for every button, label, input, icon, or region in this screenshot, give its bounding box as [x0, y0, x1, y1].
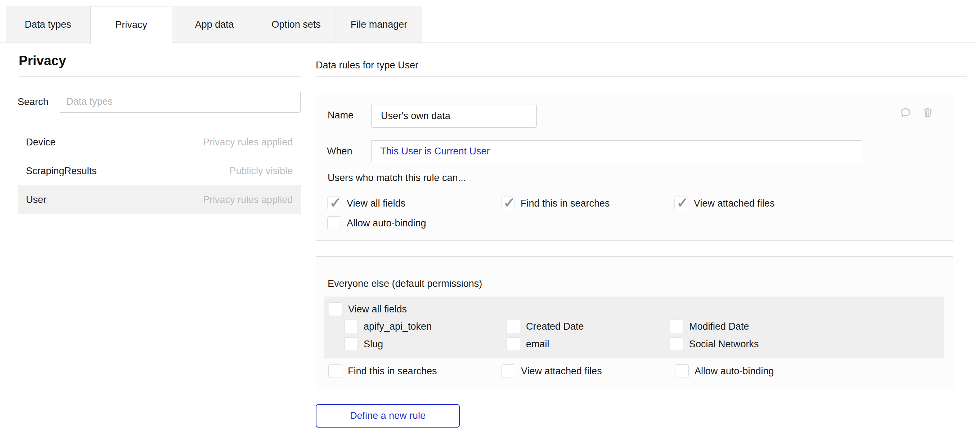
tab-label: Option sets: [272, 19, 321, 30]
rule-when-label: When: [327, 146, 352, 157]
define-new-rule-button[interactable]: Define a new rule: [316, 404, 460, 428]
tab-app-data[interactable]: App data: [172, 6, 257, 43]
tab-privacy[interactable]: Privacy: [91, 6, 172, 43]
checkbox-label: Modified Date: [689, 321, 749, 332]
tab-data-types[interactable]: Data types: [6, 6, 91, 43]
datatype-row-device[interactable]: Device Privacy rules applied: [18, 128, 301, 157]
checkbox-allow-auto-binding-default[interactable]: Allow auto-binding: [675, 364, 774, 378]
checkbox-box-icon: [670, 337, 683, 351]
checkbox-label: email: [526, 339, 549, 350]
rule-card-actions: [899, 106, 934, 119]
permissions-intro: Users who match this rule can...: [328, 172, 466, 183]
checkbox-label: View attached files: [694, 198, 775, 209]
datatype-name: Device: [26, 137, 56, 148]
trash-icon[interactable]: [921, 106, 934, 119]
datatype-row-scrapingresults[interactable]: ScrapingResults Publicly visible: [18, 157, 301, 185]
checkbox-box-icon: [507, 337, 520, 351]
privacy-settings-page: Data types Privacy App data Option sets …: [0, 0, 980, 447]
rule-name-input[interactable]: [371, 104, 537, 128]
checkbox-field-slug[interactable]: Slug: [344, 337, 383, 351]
datatype-status: Privacy rules applied: [203, 194, 293, 205]
checkbox-field-social-networks[interactable]: Social Networks: [670, 337, 759, 351]
checkbox-field-email[interactable]: email: [507, 337, 549, 351]
search-label: Search: [18, 97, 49, 108]
tab-label: File manager: [351, 19, 407, 30]
checkbox-label: Created Date: [526, 321, 584, 332]
rule-when-value: This User is Current User: [380, 146, 490, 157]
datatype-name: User: [26, 194, 46, 205]
checkbox-box-icon: [675, 364, 689, 378]
main-divider: [316, 76, 967, 77]
tab-file-manager[interactable]: File manager: [336, 6, 422, 43]
checkbox-find-in-searches[interactable]: Find this in searches: [501, 197, 610, 210]
sidebar-divider: [19, 76, 301, 77]
checkbox-box-icon: [328, 364, 342, 378]
checkbox-box-icon: [501, 197, 515, 210]
search-input[interactable]: [59, 91, 301, 113]
checkbox-label: Allow auto-binding: [695, 366, 774, 377]
checkbox-view-all-fields-default[interactable]: View all fields: [329, 302, 407, 316]
tab-bar: Data types Privacy App data Option sets …: [6, 6, 422, 43]
checkbox-view-all-fields[interactable]: View all fields: [327, 197, 406, 210]
checkbox-view-attached-files[interactable]: View attached files: [675, 197, 775, 210]
comment-icon[interactable]: [899, 106, 912, 119]
checkbox-box-icon: [501, 364, 515, 378]
default-permissions-card: Everyone else (default permissions) View…: [316, 256, 953, 390]
checkbox-label: Social Networks: [689, 339, 759, 350]
datatype-name: ScrapingResults: [26, 165, 97, 177]
checkbox-box-icon: [670, 320, 683, 333]
checkbox-label: Find this in searches: [348, 366, 437, 377]
rule-when-condition[interactable]: This User is Current User: [371, 140, 862, 162]
checkbox-view-attached-files-default[interactable]: View attached files: [501, 364, 602, 378]
checkbox-label: apify_api_token: [364, 321, 432, 332]
checkbox-box-icon: [329, 302, 342, 316]
tab-label: Data types: [24, 19, 71, 30]
tab-label: Privacy: [115, 19, 147, 30]
checkbox-label: View attached files: [521, 366, 602, 377]
page-title: Privacy: [19, 53, 66, 68]
checkbox-field-apify-api-token[interactable]: apify_api_token: [344, 320, 432, 333]
checkbox-box-icon: [327, 197, 341, 210]
datatype-row-user[interactable]: User Privacy rules applied: [18, 185, 301, 214]
rule-card-users-own-data: Name When This User is Current User User…: [316, 93, 953, 241]
datatype-list: Device Privacy rules applied ScrapingRes…: [18, 128, 301, 214]
checkbox-label: Allow auto-binding: [347, 218, 426, 229]
define-new-rule-label: Define a new rule: [350, 410, 426, 422]
checkbox-label: View all fields: [348, 304, 407, 315]
checkbox-field-created-date[interactable]: Created Date: [507, 320, 584, 333]
checkbox-box-icon: [507, 320, 520, 333]
checkbox-allow-auto-binding[interactable]: Allow auto-binding: [327, 216, 426, 230]
data-rules-title: Data rules for type User: [316, 60, 418, 71]
checkbox-label: Find this in searches: [520, 198, 610, 209]
fields-permission-group: View all fields apify_api_token Created …: [324, 297, 944, 358]
checkbox-label: Slug: [364, 339, 383, 350]
checkbox-label: View all fields: [347, 198, 406, 209]
checkbox-field-modified-date[interactable]: Modified Date: [670, 320, 749, 333]
tab-option-sets[interactable]: Option sets: [257, 6, 336, 43]
checkbox-box-icon: [675, 197, 688, 210]
datatype-status: Publicly visible: [229, 165, 293, 177]
datatype-status: Privacy rules applied: [203, 137, 293, 148]
checkbox-box-icon: [344, 337, 358, 351]
checkbox-box-icon: [344, 320, 358, 333]
default-permissions-title: Everyone else (default permissions): [328, 278, 482, 290]
checkbox-find-in-searches-default[interactable]: Find this in searches: [328, 364, 437, 378]
checkbox-box-icon: [327, 216, 341, 230]
tab-label: App data: [195, 19, 234, 30]
rule-name-label: Name: [328, 110, 353, 121]
